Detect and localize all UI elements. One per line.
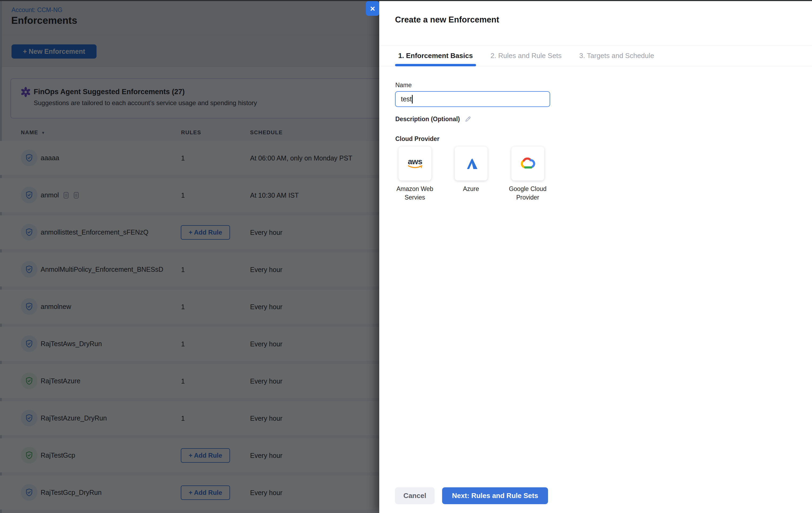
drawer-title: Create a new Enforcement [395, 15, 499, 25]
gcp-logo-icon [520, 158, 536, 170]
provider-card-gcp[interactable] [512, 147, 544, 180]
provider-label-gcp: Google Cloud Provider [502, 184, 553, 202]
tab-rules-and-rule-sets[interactable]: 2. Rules and Rule Sets [487, 46, 565, 66]
close-button[interactable]: × [366, 1, 379, 16]
text-caret [412, 95, 413, 104]
provider-label-aws: Amazon Web Servies [389, 184, 440, 202]
azure-logo-icon [464, 158, 478, 170]
aws-logo-icon: aws [407, 158, 423, 169]
cancel-button[interactable]: Cancel [395, 487, 435, 504]
tab-targets-and-schedule[interactable]: 3. Targets and Schedule [576, 46, 658, 66]
tab-enforcement-basics[interactable]: 1. Enforcement Basics [395, 46, 476, 66]
provider-card-aws[interactable]: aws [399, 147, 431, 180]
name-input-value: test [401, 95, 412, 103]
close-icon: × [370, 4, 375, 13]
create-enforcement-drawer: Create a new Enforcement 1. Enforcement … [379, 0, 812, 513]
provider-card-azure[interactable] [455, 147, 488, 180]
name-label: Name [395, 82, 412, 89]
description-label-text: Description (Optional) [395, 116, 460, 123]
cloud-provider-label: Cloud Provider [395, 135, 439, 143]
window-top-edge [0, 0, 812, 1]
edit-pencil-icon[interactable] [464, 116, 471, 123]
next-button[interactable]: Next: Rules and Rule Sets [442, 487, 548, 504]
provider-label-azure: Azure [445, 184, 496, 193]
name-input[interactable]: test [395, 91, 550, 107]
description-label: Description (Optional) [395, 116, 471, 123]
wizard-tabs: 1. Enforcement Basics 2. Rules and Rule … [379, 45, 812, 66]
